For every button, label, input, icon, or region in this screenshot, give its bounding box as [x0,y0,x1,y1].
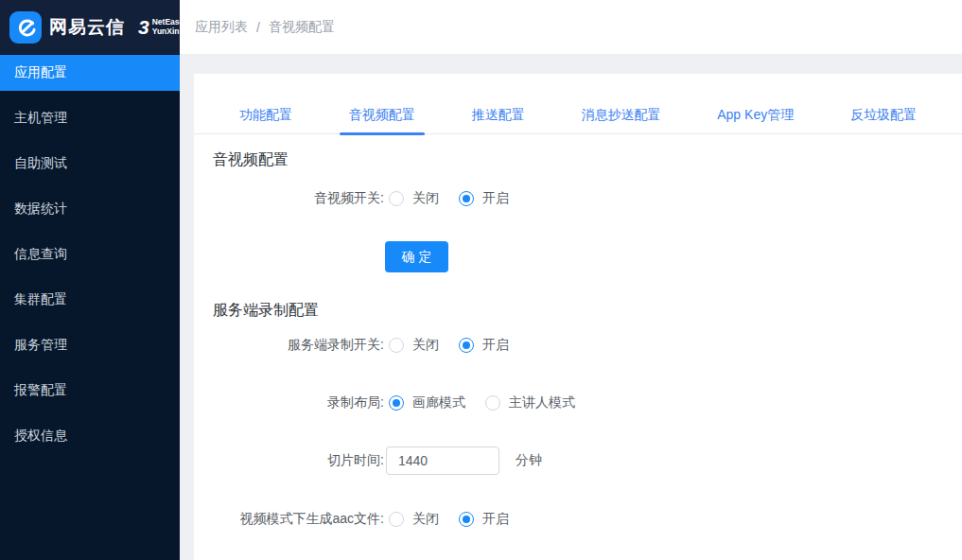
content-background: 功能配置 音视频配置 推送配置 消息抄送配置 App Key管理 反垃圾配置 音… [180,54,962,560]
radio-unchecked-icon [389,512,404,527]
breadcrumb-separator: / [256,20,260,35]
av-switch-off-radio[interactable]: 关闭 [389,190,439,207]
content-card: 功能配置 音视频配置 推送配置 消息抄送配置 App Key管理 反垃圾配置 音… [194,74,962,560]
sidebar-item-license-info[interactable]: 授权信息 [0,418,180,454]
aac-on-radio[interactable]: 开启 [459,511,509,528]
form-row-aac-file: 视频模式下生成aac文件: 关闭 开启 [194,511,962,528]
aac-off-radio[interactable]: 关闭 [389,511,439,528]
radio-unchecked-icon [389,338,404,353]
brand-name: 网易云信 [49,15,125,40]
logo-block: 网易云信 3 NetEase YunXin [0,0,180,54]
form-row-slice-time: 切片时间: 分钟 [194,446,962,475]
form-row-av-switch: 音视频开关: 关闭 开启 [194,190,962,207]
tab-antispam-config[interactable]: 反垃圾配置 [841,74,926,133]
radio-checked-icon [389,395,404,411]
section-heading-server-recording: 服务端录制配置 [213,301,962,321]
record-switch-on-radio[interactable]: 开启 [459,337,509,354]
slice-time-unit: 分钟 [516,452,542,469]
sidebar-item-info-query[interactable]: 信息查询 [0,236,180,272]
aac-off-label: 关闭 [412,511,439,528]
av-switch-on-label: 开启 [482,190,509,207]
confirm-button[interactable]: 确 定 [385,241,448,272]
sidebar: 网易云信 3 NetEase YunXin 应用配置 主机管理 自助测试 数据统… [0,0,180,560]
av-switch-options: 关闭 开启 [386,190,526,207]
netease-line2: YunXin [152,26,180,36]
av-switch-on-radio[interactable]: 开启 [459,190,509,207]
aac-file-options: 关闭 开启 [386,511,526,528]
radio-unchecked-icon [389,191,404,206]
layout-speaker-radio[interactable]: 主讲人模式 [485,394,575,411]
radio-checked-icon [459,512,474,527]
radio-checked-icon [459,191,474,206]
slice-time-input[interactable] [386,446,499,475]
layout-gallery-radio[interactable]: 画廊模式 [389,394,465,411]
aac-on-label: 开启 [482,511,509,528]
sidebar-item-data-statistics[interactable]: 数据统计 [0,191,180,227]
radio-unchecked-icon [485,395,500,411]
record-switch-on-label: 开启 [482,337,509,354]
layout-gallery-label: 画廊模式 [412,394,465,411]
netease-logo-icon: 3 [138,17,149,37]
top-header: 应用列表 / 音视频配置 [180,0,962,54]
breadcrumb-app-list[interactable]: 应用列表 [195,19,248,36]
breadcrumb-current-page: 音视频配置 [269,19,335,36]
av-switch-off-label: 关闭 [412,190,439,207]
app-window: 网易云信 3 NetEase YunXin 应用配置 主机管理 自助测试 数据统… [0,0,962,560]
yunxin-logo-icon [9,11,42,44]
sidebar-item-host-management[interactable]: 主机管理 [0,100,180,136]
slice-time-controls: 分钟 [386,446,542,475]
section-heading-audio-video: 音视频配置 [213,150,962,170]
tab-feature-config[interactable]: 功能配置 [230,74,302,133]
tab-audio-video-config[interactable]: 音视频配置 [340,74,425,133]
sidebar-item-alarm-config[interactable]: 报警配置 [0,373,180,409]
tab-bar: 功能配置 音视频配置 推送配置 消息抄送配置 App Key管理 反垃圾配置 [194,74,962,134]
sidebar-item-app-config[interactable]: 应用配置 [0,55,180,91]
radio-checked-icon [459,338,474,353]
slice-time-label: 切片时间: [194,452,384,469]
main-area: 应用列表 / 音视频配置 功能配置 音视频配置 推送配置 消息抄送配置 App … [180,0,962,560]
tab-push-config[interactable]: 推送配置 [463,74,534,133]
sidebar-item-service-management[interactable]: 服务管理 [0,327,180,363]
layout-speaker-label: 主讲人模式 [509,394,575,411]
sidebar-item-cluster-config[interactable]: 集群配置 [0,282,180,318]
record-switch-off-radio[interactable]: 关闭 [389,337,439,354]
form-row-record-switch: 服务端录制开关: 关闭 开启 [194,337,962,354]
record-layout-options: 画廊模式 主讲人模式 [386,394,592,411]
tab-appkey-management[interactable]: App Key管理 [708,74,803,133]
record-layout-label: 录制布局: [194,394,384,411]
record-switch-off-label: 关闭 [412,337,439,354]
breadcrumb: 应用列表 / 音视频配置 [195,19,335,36]
sidebar-nav: 应用配置 主机管理 自助测试 数据统计 信息查询 集群配置 服务管理 报警配置 … [0,54,180,464]
record-switch-label: 服务端录制开关: [194,337,384,354]
av-switch-label: 音视频开关: [194,190,384,207]
record-switch-options: 关闭 开启 [386,337,526,354]
form-row-record-layout: 录制布局: 画廊模式 主讲人模式 [194,394,962,411]
tab-message-copy-config[interactable]: 消息抄送配置 [571,74,670,133]
aac-file-label: 视频模式下生成aac文件: [194,511,384,528]
sidebar-item-self-test[interactable]: 自助测试 [0,146,180,182]
